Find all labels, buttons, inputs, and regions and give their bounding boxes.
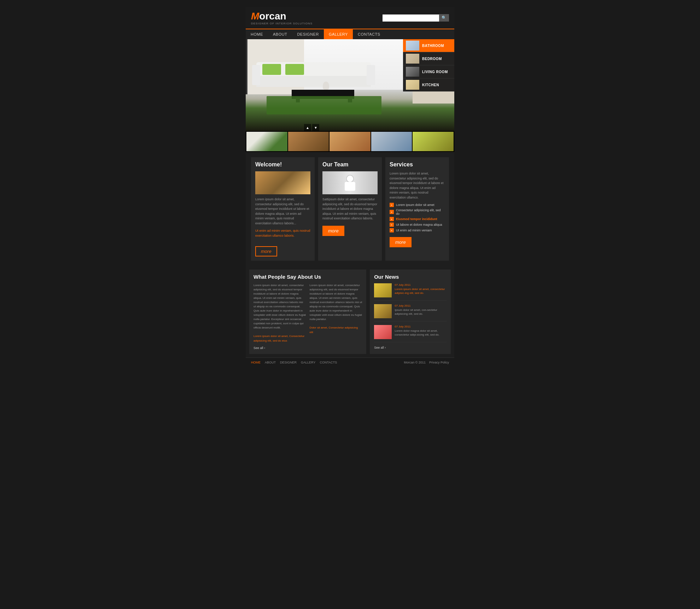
gallery-section: BATHROOM BEDROOM LIVING ROOM KITCHEN ▲ ▼ — [246, 39, 454, 152]
service-item-4: ▪ Ut labore et dolore magna aliqua — [390, 223, 445, 227]
service-item-1: ▪ Lorem ipsum dolor sit amet — [390, 203, 445, 207]
welcome-link: Ut enim ad minim veniam, quis nostrud ex… — [255, 229, 310, 238]
nav-designer[interactable]: DESIGNER — [292, 29, 323, 39]
gallery-thumb-4[interactable] — [371, 132, 412, 151]
service-item-5: ▪ Ut enim ad minim veniam — [390, 228, 445, 232]
news-text-3: Lorem dolor magna dolor sit amet, consec… — [395, 329, 447, 337]
logo-rest: orcan — [259, 11, 286, 22]
news-link-1[interactable]: Lorem ipsum dolor sit amet, consectetur … — [395, 287, 447, 295]
news-item-3: 07 July 2011 Lorem dolor magna dolor sit… — [374, 325, 447, 342]
footer: HOME ABOUT DESIGNER GALLERY CONTACTS Mor… — [246, 357, 454, 367]
service-label-1: Lorem ipsum dolor sit amet — [396, 203, 434, 207]
news-date-1: 07 July 2011 — [395, 283, 447, 286]
footer-privacy[interactable]: Privacy Policy — [429, 361, 449, 364]
gallery-thumb-1[interactable] — [246, 132, 287, 151]
footer-nav: HOME ABOUT DESIGNER GALLERY CONTACTS — [251, 361, 337, 364]
page-wrapper: Morcan DESIGNER OF INTERIOR SOLUTIONS 🔍 … — [246, 7, 454, 367]
news-text-2: Ipsum dolor sit amet, con-sectetur adipi… — [395, 308, 447, 316]
news-box: Our News 07 July 2011 Lorem ipsum dolor … — [370, 270, 451, 354]
team-text: Sattipsum dolor sit amet, consectetur ad… — [322, 197, 378, 221]
gallery-thumbnails — [246, 131, 454, 152]
service-icon-5: ▪ — [390, 228, 394, 232]
gallery-thumb-2[interactable] — [288, 132, 329, 151]
team-box: Our Team Sattipsum dolor sit amet, conse… — [318, 157, 382, 261]
gallery-main-image: BATHROOM BEDROOM LIVING ROOM KITCHEN ▲ ▼ — [246, 39, 454, 131]
bottom-area: What People Say About Us Lorem ipsum dol… — [246, 266, 454, 357]
news-content-3: 07 July 2011 Lorem dolor magna dolor sit… — [395, 325, 447, 337]
logo-m: M — [251, 11, 259, 22]
gallery-label-livingroom: LIVING ROOM — [422, 70, 448, 74]
team-more-button[interactable]: more — [322, 226, 344, 236]
gallery-item-kitchen[interactable]: KITCHEN — [403, 78, 454, 91]
testimonials-see-all[interactable]: See all › — [253, 346, 362, 350]
services-more-button[interactable]: more — [390, 237, 412, 247]
gallery-thumb-bathroom — [406, 41, 419, 51]
service-item-2: ▪ Consectetur adipisicing elit, sed do — [390, 208, 445, 215]
gallery-thumb-bedroom — [406, 54, 419, 64]
service-item-3: ▪ Eiusmod tempor incididunt — [390, 217, 445, 221]
service-icon-1: ▪ — [390, 203, 394, 207]
testimonial-1-author: Lorem ipsum dolor sit amet, Consectetur … — [253, 335, 304, 342]
team-image — [322, 171, 378, 194]
service-icon-3: ▪ — [390, 217, 394, 221]
gallery-dropdown: BATHROOM BEDROOM LIVING ROOM KITCHEN — [403, 39, 454, 91]
gallery-label-bedroom: BEDROOM — [422, 57, 442, 61]
news-see-all[interactable]: See all › — [374, 346, 447, 349]
services-list: ▪ Lorem ipsum dolor sit amet ▪ Consectet… — [390, 203, 445, 232]
header: Morcan DESIGNER OF INTERIOR SOLUTIONS 🔍 — [246, 7, 454, 29]
footer-nav-designer[interactable]: DESIGNER — [280, 361, 297, 364]
service-icon-2: ▪ — [390, 210, 394, 214]
testimonial-1-text: Lorem ipsum dolor sit amet, consectetur … — [253, 283, 306, 343]
testimonial-1-body: Lorem ipsum dolor sit amet, consectetur … — [253, 284, 306, 329]
footer-nav-about[interactable]: ABOUT — [265, 361, 276, 364]
news-item-2: 07 July 2011 Ipsum dolor sit amet, con-s… — [374, 304, 447, 321]
services-box: Services Lorem ipsum dolor sit amet, con… — [385, 157, 449, 261]
search-input[interactable] — [383, 14, 439, 22]
gallery-item-bedroom[interactable]: BEDROOM — [403, 52, 454, 65]
news-content-1: 07 July 2011 Lorem ipsum dolor sit amet,… — [395, 283, 447, 296]
gallery-thumb-3[interactable] — [329, 132, 371, 151]
news-title: Our News — [374, 274, 447, 280]
news-thumb-2 — [374, 304, 392, 318]
footer-nav-contacts[interactable]: CONTACTS — [320, 361, 337, 364]
gallery-next-arrow[interactable]: ▼ — [312, 124, 319, 131]
testimonial-2-author: Dolor sit amet, Consectetur adipisicing … — [310, 326, 358, 334]
news-item-1: 07 July 2011 Lorem ipsum dolor sit amet,… — [374, 283, 447, 301]
services-intro: Lorem ipsum dolor sit amet, consectetur … — [390, 171, 445, 200]
footer-nav-gallery[interactable]: GALLERY — [301, 361, 315, 364]
service-label-2: Consectetur adipisicing elit, sed do — [396, 208, 445, 215]
testimonial-2-body: Lorem ipsum dolor sit amet, consectetur … — [310, 284, 362, 321]
nav-about[interactable]: ABOUT — [268, 29, 292, 39]
welcome-image — [255, 171, 310, 194]
nav-gallery[interactable]: GALLERY — [324, 29, 353, 39]
news-thumb-3 — [374, 325, 392, 339]
gallery-thumb-livingroom — [406, 67, 419, 77]
gallery-label-bathroom: BATHROOM — [422, 44, 444, 48]
news-content-2: 07 July 2011 Ipsum dolor sit amet, con-s… — [395, 304, 447, 316]
nav-home[interactable]: HOME — [246, 29, 268, 39]
search-area: 🔍 — [383, 14, 449, 22]
logo: Morcan — [251, 11, 313, 22]
testimonials-columns: Lorem ipsum dolor sit amet, consectetur … — [253, 283, 362, 343]
welcome-more-button[interactable]: more — [255, 246, 277, 256]
footer-nav-home[interactable]: HOME — [251, 361, 261, 364]
gallery-item-livingroom[interactable]: LIVING ROOM — [403, 65, 454, 78]
nav-contacts[interactable]: CONTACTS — [353, 29, 385, 39]
services-title: Services — [390, 161, 445, 168]
logo-area: Morcan DESIGNER OF INTERIOR SOLUTIONS — [251, 11, 313, 25]
logo-subtitle: DESIGNER OF INTERIOR SOLUTIONS — [251, 22, 313, 25]
service-icon-4: ▪ — [390, 223, 394, 227]
welcome-title: Welcome! — [255, 161, 310, 168]
gallery-prev-arrow[interactable]: ▲ — [304, 124, 311, 131]
gallery-label-kitchen: KITCHEN — [422, 83, 439, 87]
gallery-thumb-5[interactable] — [413, 132, 454, 151]
testimonials-box: What People Say About Us Lorem ipsum dol… — [249, 270, 366, 354]
testimonial-2-text: Lorem ipsum dolor sit amet, consectetur … — [310, 283, 362, 343]
news-date-2: 07 July 2011 — [395, 304, 447, 307]
welcome-box: Welcome! Lorem ipsum dolor sit amet, con… — [251, 157, 315, 261]
gallery-item-bathroom[interactable]: BATHROOM — [403, 39, 454, 52]
service-label-5: Ut enim ad minim veniam — [396, 229, 432, 232]
news-date-3: 07 July 2011 — [395, 325, 447, 328]
main-nav: HOME ABOUT DESIGNER GALLERY CONTACTS — [246, 29, 454, 39]
search-button[interactable]: 🔍 — [439, 14, 449, 22]
